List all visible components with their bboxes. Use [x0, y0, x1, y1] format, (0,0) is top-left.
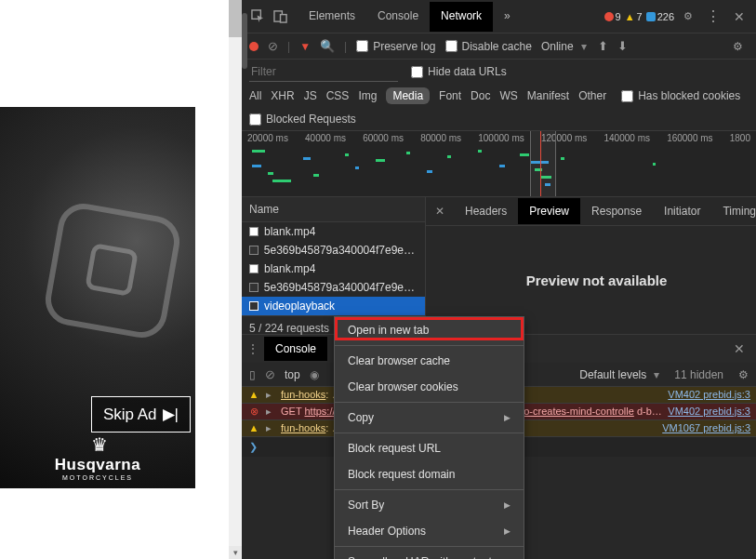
tab-network[interactable]: Network	[430, 2, 493, 32]
upload-icon[interactable]: ⬆	[598, 39, 608, 53]
console-sidebar-icon[interactable]: ▯	[249, 368, 256, 381]
filter-other[interactable]: Other	[578, 89, 606, 102]
timeline-playhead[interactable]	[540, 131, 541, 196]
inspect-icon[interactable]	[247, 7, 268, 27]
search-icon[interactable]: 🔍	[320, 39, 335, 53]
console-source[interactable]: VM402 prebid.js:3	[668, 389, 750, 400]
filter-font[interactable]: Font	[439, 89, 461, 102]
close-devtools-icon[interactable]: ✕	[728, 9, 750, 24]
timeline-bars	[242, 146, 756, 193]
request-row[interactable]: 5e369b45879a340004f7e9e3…	[242, 278, 425, 297]
expand-icon[interactable]: ▸	[266, 422, 275, 434]
record-icon[interactable]	[249, 42, 259, 51]
ctx-label: Block request URL	[348, 442, 441, 455]
filter-icon[interactable]: ▼	[299, 40, 311, 53]
type-filters: All XHR JS CSS Img Media Font Doc WS Man…	[242, 84, 756, 108]
request-row[interactable]: blank.mp4	[242, 260, 425, 278]
filter-doc[interactable]: Doc	[471, 89, 490, 102]
close-detail-icon[interactable]: ✕	[426, 205, 454, 218]
disable-cache-checkbox[interactable]: Disable cache	[445, 40, 532, 53]
context-select[interactable]: top	[285, 368, 300, 381]
preserve-log-label: Preserve log	[373, 40, 435, 53]
tab-response[interactable]: Response	[580, 198, 653, 224]
tab-elements[interactable]: Elements	[298, 2, 366, 32]
ctx-open-new-tab[interactable]: Open in new tab	[335, 317, 524, 343]
ctx-sort-by[interactable]: Sort By▶	[335, 492, 524, 518]
info-badge[interactable]: 226	[646, 11, 674, 22]
skip-ad-label: Skip Ad	[103, 406, 157, 424]
more-icon[interactable]: ⋮	[702, 7, 724, 25]
page-scrollbar[interactable]: ▾	[229, 0, 242, 559]
filter-manifest[interactable]: Manifest	[527, 89, 569, 102]
svg-rect-2	[280, 15, 286, 22]
column-header-name[interactable]: Name	[242, 197, 425, 222]
filter-js[interactable]: JS	[304, 89, 317, 102]
filter-all[interactable]: All	[249, 89, 261, 102]
tab-headers[interactable]: Headers	[454, 198, 518, 224]
request-row[interactable]: 5e369b45879a340004f7e9e3…	[242, 241, 425, 260]
has-blocked-cookies-checkbox[interactable]: Has blocked cookies	[621, 89, 740, 102]
crown-icon: ♛	[0, 433, 195, 456]
network-settings-icon[interactable]: ⚙	[727, 40, 749, 53]
console-settings-icon[interactable]: ⚙	[738, 368, 749, 381]
tick: 40000 ms	[305, 133, 346, 143]
ctx-copy[interactable]: Copy▶	[335, 405, 524, 431]
tab-preview[interactable]: Preview	[518, 198, 580, 224]
hidden-count[interactable]: 11 hidden	[669, 368, 729, 381]
error-badge[interactable]: 9	[604, 11, 621, 22]
blocked-requests-label: Blocked Requests	[266, 113, 356, 126]
ctx-clear-cookies[interactable]: Clear browser cookies	[335, 374, 524, 400]
download-icon[interactable]: ⬇	[617, 39, 628, 53]
ctx-separator	[335, 345, 524, 346]
devtools-divider-thumb[interactable]	[242, 13, 247, 69]
eye-icon[interactable]: ◉	[310, 368, 319, 381]
tab-console[interactable]: Console	[366, 2, 430, 32]
filter-xhr[interactable]: XHR	[271, 89, 294, 102]
drawer-more-icon[interactable]: ⋮	[247, 342, 259, 355]
ctx-separator	[335, 433, 524, 433]
filter-input[interactable]	[249, 62, 398, 82]
expand-icon[interactable]: ▸	[266, 406, 275, 418]
throttle-select[interactable]: Online	[541, 40, 589, 53]
console-clear-icon[interactable]: ⊘	[265, 367, 275, 381]
settings-icon[interactable]: ⚙	[678, 10, 698, 22]
timeline-ticks: 20000 ms 40000 ms 60000 ms 80000 ms 1000…	[242, 131, 756, 145]
filter-ws[interactable]: WS	[499, 89, 517, 102]
error-count: 9	[616, 11, 621, 22]
scroll-down-icon[interactable]: ▾	[229, 546, 242, 559]
levels-select[interactable]: Default levels	[579, 368, 659, 381]
tab-timing[interactable]: Timing	[711, 198, 756, 224]
close-drawer-icon[interactable]: ✕	[728, 341, 750, 356]
ctx-save-har[interactable]: Save all as HAR with content	[335, 549, 524, 559]
warn-badge[interactable]: ▲7	[625, 11, 643, 22]
chevron-right-icon: ▶	[504, 526, 511, 536]
has-blocked-label: Has blocked cookies	[638, 89, 740, 102]
preserve-log-checkbox[interactable]: Preserve log	[356, 40, 435, 53]
console-source[interactable]: VM1067 prebid.js:3	[662, 422, 750, 433]
tab-initiator[interactable]: Initiator	[653, 198, 711, 224]
device-icon[interactable]	[270, 7, 290, 27]
ctx-block-domain[interactable]: Block request domain	[335, 461, 524, 487]
request-row-selected[interactable]: videoplayback	[242, 297, 425, 315]
skip-ad-button[interactable]: Skip Ad ▶|	[91, 396, 191, 433]
drawer-tab-console[interactable]: Console	[264, 337, 327, 361]
ctx-block-url[interactable]: Block request URL	[335, 435, 524, 461]
filter-img[interactable]: Img	[358, 89, 377, 102]
expand-icon[interactable]: ▸	[266, 389, 275, 401]
ctx-clear-cache[interactable]: Clear browser cache	[335, 348, 524, 374]
console-source[interactable]: VM402 prebid.js:3	[668, 406, 750, 417]
scroll-thumb[interactable]	[229, 0, 242, 37]
hide-data-urls-checkbox[interactable]: Hide data URLs	[411, 65, 507, 78]
blocked-requests-checkbox[interactable]: Blocked Requests	[249, 113, 356, 126]
request-detail: ✕ Headers Preview Response Initiator Tim…	[426, 197, 756, 334]
network-body: Name blank.mp4 5e369b45879a340004f7e9e3……	[242, 197, 756, 334]
network-timeline[interactable]: 20000 ms 40000 ms 60000 ms 80000 ms 1000…	[242, 130, 756, 197]
filter-media[interactable]: Media	[386, 87, 430, 104]
clear-icon[interactable]: ⊘	[268, 39, 278, 53]
request-row[interactable]: blank.mp4	[242, 222, 425, 241]
tabs-overflow-icon[interactable]: »	[493, 2, 522, 32]
timeline-window[interactable]	[530, 131, 556, 196]
warn-icon: ▲	[247, 389, 260, 400]
filter-css[interactable]: CSS	[326, 89, 350, 102]
ctx-header-options[interactable]: Header Options▶	[335, 518, 524, 544]
